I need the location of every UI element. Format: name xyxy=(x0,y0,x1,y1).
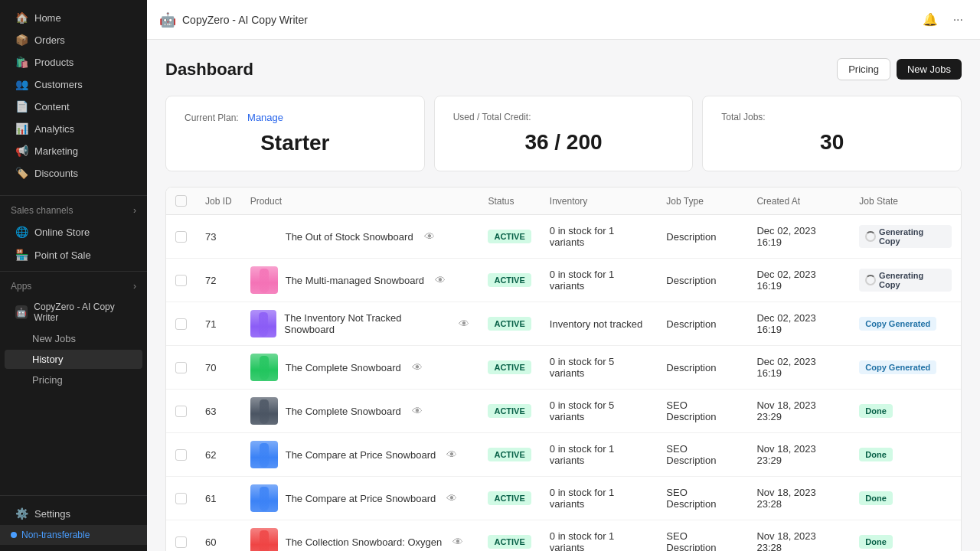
total-jobs-value: 30 xyxy=(721,130,942,155)
table-row: 71 The Inventory Not Tracked Snowboard 👁… xyxy=(166,302,961,346)
preview-icon[interactable]: 👁 xyxy=(459,318,469,330)
dashboard-header: Dashboard Pricing New Jobs xyxy=(165,58,962,80)
row-job-type: Description xyxy=(657,259,747,302)
preview-icon[interactable]: 👁 xyxy=(424,230,435,243)
preview-icon[interactable]: 👁 xyxy=(435,274,446,286)
current-plan-label: Current Plan: Manage xyxy=(185,112,406,123)
row-created-at: Dec 02, 2023 16:19 xyxy=(747,259,850,302)
notification-button[interactable]: 🔔 xyxy=(918,9,942,30)
pricing-button[interactable]: Pricing xyxy=(837,58,890,80)
row-checkbox[interactable] xyxy=(175,318,187,330)
expand-sales-icon[interactable]: › xyxy=(133,205,136,216)
row-checkbox[interactable] xyxy=(175,362,187,373)
select-all-checkbox[interactable] xyxy=(175,195,187,207)
topbar-right: 🔔 ··· xyxy=(918,9,968,30)
topbar-left: 🤖 CopyZero - AI Copy Writer xyxy=(159,11,308,28)
status-badge: Done xyxy=(859,404,893,418)
preview-icon[interactable]: 👁 xyxy=(446,448,457,461)
settings-icon: ⚙️ xyxy=(15,507,28,520)
new-jobs-button[interactable]: New Jobs xyxy=(897,59,962,80)
row-job-state: Done xyxy=(850,390,961,433)
sidebar-item-online-store[interactable]: 🌐 Online Store xyxy=(5,221,142,243)
row-job-id: 60 xyxy=(196,520,241,552)
home-icon: 🏠 xyxy=(15,11,28,24)
row-inventory: 0 in stock for 1 variants xyxy=(541,520,658,552)
row-job-state: Copy Generated xyxy=(850,346,961,390)
product-name: The Complete Snowboard xyxy=(286,362,401,373)
row-status: ACTIVE xyxy=(479,477,540,520)
row-checkbox[interactable] xyxy=(175,406,187,417)
row-checkbox[interactable] xyxy=(175,449,187,461)
sidebar-item-orders[interactable]: 📦 Orders xyxy=(5,29,142,51)
total-jobs-card: Total Jobs: 30 xyxy=(702,96,962,171)
product-name: The Compare at Price Snowboard xyxy=(286,493,436,504)
product-thumbnail xyxy=(250,223,278,250)
discounts-icon: 🏷️ xyxy=(15,167,28,179)
active-badge: ACTIVE xyxy=(488,535,531,549)
row-checkbox-cell xyxy=(166,215,196,259)
row-checkbox[interactable] xyxy=(175,275,187,286)
row-job-id: 71 xyxy=(196,302,241,346)
sidebar-sub-item-history[interactable]: History xyxy=(5,350,142,369)
sidebar: 🏠 Home 📦 Orders 🛍️ Products 👥 Customers … xyxy=(0,0,147,551)
product-name: The Inventory Not Tracked Snowboard xyxy=(284,312,448,335)
customers-icon: 👥 xyxy=(15,78,28,90)
manage-link[interactable]: Manage xyxy=(247,112,283,123)
row-job-state: Copy Generated xyxy=(850,302,961,346)
product-thumbnail xyxy=(250,528,278,551)
row-created-at: Dec 02, 2023 16:19 xyxy=(747,215,850,259)
row-inventory: 0 in stock for 1 variants xyxy=(541,259,658,302)
row-job-type: Description xyxy=(657,346,747,390)
total-jobs-label: Total Jobs: xyxy=(721,112,942,122)
sidebar-item-copyzero[interactable]: 🤖 CopyZero - AI Copy Writer xyxy=(5,297,142,328)
preview-icon[interactable]: 👁 xyxy=(412,361,423,373)
row-job-type: SEO Description xyxy=(657,520,747,552)
product-thumbnail xyxy=(250,266,278,294)
copyzero-app-icon: 🤖 xyxy=(15,305,28,319)
preview-icon[interactable]: 👁 xyxy=(452,536,463,548)
product-thumbnail xyxy=(250,397,278,425)
sidebar-item-marketing[interactable]: 📢 Marketing xyxy=(5,140,142,161)
sidebar-item-products[interactable]: 🛍️ Products xyxy=(5,51,142,73)
active-badge: ACTIVE xyxy=(488,230,531,243)
row-checkbox[interactable] xyxy=(175,493,187,504)
more-options-button[interactable]: ··· xyxy=(949,10,968,30)
sidebar-item-point-of-sale[interactable]: 🏪 Point of Sale xyxy=(5,244,142,266)
row-job-id: 72 xyxy=(196,259,241,302)
current-plan-card: Current Plan: Manage Starter xyxy=(165,96,425,171)
stats-row: Current Plan: Manage Starter Used / Tota… xyxy=(165,96,962,171)
row-inventory: Inventory not tracked xyxy=(541,302,658,346)
sidebar-sub-item-pricing[interactable]: Pricing xyxy=(5,370,142,390)
preview-icon[interactable]: 👁 xyxy=(412,405,423,417)
preview-icon[interactable]: 👁 xyxy=(446,492,457,504)
row-inventory: 0 in stock for 1 variants xyxy=(541,477,658,520)
sidebar-item-analytics[interactable]: 📊 Analytics xyxy=(5,118,142,139)
used-credit-label: Used / Total Credit: xyxy=(453,112,675,122)
row-product-cell: The Inventory Not Tracked Snowboard 👁 xyxy=(241,302,479,346)
sidebar-item-discounts[interactable]: 🏷️ Discounts xyxy=(5,162,142,184)
sidebar-item-settings[interactable]: ⚙️ Settings xyxy=(5,503,142,524)
expand-apps-icon[interactable]: › xyxy=(133,281,136,292)
pos-icon: 🏪 xyxy=(15,249,28,261)
jobs-table: Job ID Product Status Inventory Job Type… xyxy=(166,187,961,551)
product-thumbnail xyxy=(250,310,277,337)
active-badge: ACTIVE xyxy=(488,273,531,287)
product-name: The Collection Snowboard: Oxygen xyxy=(286,536,443,548)
topbar: 🤖 CopyZero - AI Copy Writer 🔔 ··· xyxy=(147,0,980,40)
non-transferable-badge[interactable]: Non-transferable xyxy=(0,525,147,545)
topbar-title: CopyZero - AI Copy Writer xyxy=(182,14,308,26)
row-checkbox[interactable] xyxy=(175,231,187,243)
row-checkbox[interactable] xyxy=(175,536,187,548)
main-content: 🤖 CopyZero - AI Copy Writer 🔔 ··· Dashbo… xyxy=(147,0,980,551)
sidebar-item-home[interactable]: 🏠 Home xyxy=(5,7,142,28)
table-row: 73 The Out of Stock Snowboard 👁 ACTIVE 0… xyxy=(166,215,961,259)
row-status: ACTIVE xyxy=(479,346,540,390)
table-header-row: Job ID Product Status Inventory Job Type… xyxy=(166,187,961,215)
sidebar-item-content[interactable]: 📄 Content xyxy=(5,96,142,117)
sidebar-sub-item-new-jobs[interactable]: New Jobs xyxy=(5,329,142,348)
select-all-header xyxy=(166,187,196,215)
sidebar-item-customers[interactable]: 👥 Customers xyxy=(5,73,142,95)
credit-value: 36 / 200 xyxy=(453,130,675,155)
row-created-at: Dec 02, 2023 16:19 xyxy=(747,346,850,390)
status-badge: Copy Generated xyxy=(859,317,936,331)
